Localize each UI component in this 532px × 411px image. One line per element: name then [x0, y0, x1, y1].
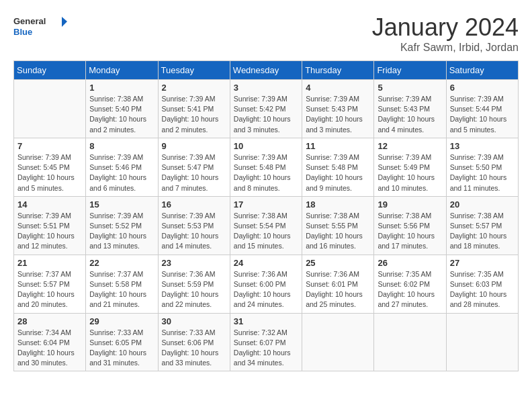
- table-row: 4Sunrise: 7:39 AM Sunset: 5:43 PM Daylig…: [302, 80, 374, 138]
- table-row: 10Sunrise: 7:39 AM Sunset: 5:48 PM Dayli…: [230, 138, 302, 196]
- day-number: 28: [17, 316, 82, 326]
- day-number: 23: [162, 258, 226, 268]
- day-detail: Sunrise: 7:39 AM Sunset: 5:47 PM Dayligh…: [162, 152, 226, 193]
- calendar-week-row: 14Sunrise: 7:39 AM Sunset: 5:51 PM Dayli…: [14, 196, 519, 255]
- table-row: 22Sunrise: 7:37 AM Sunset: 5:58 PM Dayli…: [86, 255, 158, 313]
- day-number: 25: [306, 258, 370, 268]
- calendar-week-row: 28Sunrise: 7:34 AM Sunset: 6:04 PM Dayli…: [14, 313, 519, 371]
- table-row: [374, 313, 446, 371]
- table-row: 13Sunrise: 7:39 AM Sunset: 5:50 PM Dayli…: [446, 138, 518, 196]
- table-row: 21Sunrise: 7:37 AM Sunset: 5:57 PM Dayli…: [14, 255, 86, 313]
- day-detail: Sunrise: 7:37 AM Sunset: 5:57 PM Dayligh…: [17, 269, 82, 310]
- header-monday: Monday: [86, 61, 158, 80]
- table-row: 30Sunrise: 7:33 AM Sunset: 6:06 PM Dayli…: [158, 313, 230, 371]
- day-detail: Sunrise: 7:39 AM Sunset: 5:50 PM Dayligh…: [450, 152, 515, 193]
- day-number: 18: [306, 199, 370, 210]
- calendar-title: January 2024: [372, 13, 519, 42]
- day-number: 31: [234, 316, 298, 326]
- day-number: 5: [378, 83, 442, 93]
- svg-marker-2: [62, 17, 67, 27]
- svg-text:General: General: [13, 16, 46, 26]
- day-number: 9: [162, 141, 226, 151]
- day-detail: Sunrise: 7:38 AM Sunset: 5:56 PM Dayligh…: [378, 211, 442, 252]
- weekday-header-row: Sunday Monday Tuesday Wednesday Thursday…: [14, 61, 519, 80]
- table-row: 31Sunrise: 7:32 AM Sunset: 6:07 PM Dayli…: [230, 313, 302, 371]
- calendar-week-row: 1Sunrise: 7:38 AM Sunset: 5:40 PM Daylig…: [14, 80, 519, 138]
- day-number: 26: [378, 258, 442, 268]
- table-row: 27Sunrise: 7:35 AM Sunset: 6:03 PM Dayli…: [446, 255, 518, 313]
- day-detail: Sunrise: 7:39 AM Sunset: 5:53 PM Dayligh…: [162, 211, 226, 252]
- day-detail: Sunrise: 7:39 AM Sunset: 5:45 PM Dayligh…: [17, 152, 82, 193]
- day-number: 19: [378, 199, 442, 210]
- table-row: 6Sunrise: 7:39 AM Sunset: 5:44 PM Daylig…: [446, 80, 518, 138]
- day-detail: Sunrise: 7:39 AM Sunset: 5:48 PM Dayligh…: [234, 152, 298, 193]
- table-row: 8Sunrise: 7:39 AM Sunset: 5:46 PM Daylig…: [86, 138, 158, 196]
- table-row: 7Sunrise: 7:39 AM Sunset: 5:45 PM Daylig…: [14, 138, 86, 196]
- table-row: 20Sunrise: 7:38 AM Sunset: 5:57 PM Dayli…: [446, 196, 518, 255]
- table-row: 5Sunrise: 7:39 AM Sunset: 5:43 PM Daylig…: [374, 80, 446, 138]
- table-row: 3Sunrise: 7:39 AM Sunset: 5:42 PM Daylig…: [230, 80, 302, 138]
- calendar-table: Sunday Monday Tuesday Wednesday Thursday…: [13, 60, 519, 371]
- calendar-subtitle: Kafr Sawm, Irbid, Jordan: [372, 42, 519, 54]
- table-row: 16Sunrise: 7:39 AM Sunset: 5:53 PM Dayli…: [158, 196, 230, 255]
- table-row: 23Sunrise: 7:36 AM Sunset: 5:59 PM Dayli…: [158, 255, 230, 313]
- day-detail: Sunrise: 7:38 AM Sunset: 5:57 PM Dayligh…: [450, 211, 515, 252]
- day-detail: Sunrise: 7:35 AM Sunset: 6:03 PM Dayligh…: [450, 269, 515, 310]
- day-number: 8: [89, 141, 154, 151]
- header-tuesday: Tuesday: [158, 61, 230, 80]
- table-row: 19Sunrise: 7:38 AM Sunset: 5:56 PM Dayli…: [374, 196, 446, 255]
- table-row: 1Sunrise: 7:38 AM Sunset: 5:40 PM Daylig…: [86, 80, 158, 138]
- day-detail: Sunrise: 7:38 AM Sunset: 5:55 PM Dayligh…: [306, 211, 370, 252]
- title-area: January 2024 Kafr Sawm, Irbid, Jordan: [372, 13, 519, 54]
- day-detail: Sunrise: 7:39 AM Sunset: 5:41 PM Dayligh…: [162, 94, 226, 135]
- table-row: 2Sunrise: 7:39 AM Sunset: 5:41 PM Daylig…: [158, 80, 230, 138]
- table-row: 25Sunrise: 7:36 AM Sunset: 6:01 PM Dayli…: [302, 255, 374, 313]
- day-number: 22: [89, 258, 154, 268]
- table-row: [302, 313, 374, 371]
- day-number: 3: [234, 83, 298, 93]
- day-number: 1: [89, 83, 154, 93]
- day-number: 30: [162, 316, 226, 326]
- day-number: 29: [89, 316, 154, 326]
- day-number: 12: [378, 141, 442, 151]
- day-detail: Sunrise: 7:39 AM Sunset: 5:42 PM Dayligh…: [234, 94, 298, 135]
- table-row: 17Sunrise: 7:38 AM Sunset: 5:54 PM Dayli…: [230, 196, 302, 255]
- day-detail: Sunrise: 7:38 AM Sunset: 5:40 PM Dayligh…: [89, 94, 154, 135]
- day-detail: Sunrise: 7:35 AM Sunset: 6:02 PM Dayligh…: [378, 269, 442, 310]
- header-saturday: Saturday: [446, 61, 518, 80]
- day-detail: Sunrise: 7:39 AM Sunset: 5:48 PM Dayligh…: [306, 152, 370, 193]
- svg-text:Blue: Blue: [13, 27, 32, 37]
- header-friday: Friday: [374, 61, 446, 80]
- header: General Blue January 2024 Kafr Sawm, Irb…: [13, 13, 519, 54]
- table-row: 9Sunrise: 7:39 AM Sunset: 5:47 PM Daylig…: [158, 138, 230, 196]
- calendar-week-row: 21Sunrise: 7:37 AM Sunset: 5:57 PM Dayli…: [14, 255, 519, 313]
- table-row: 14Sunrise: 7:39 AM Sunset: 5:51 PM Dayli…: [14, 196, 86, 255]
- table-row: 11Sunrise: 7:39 AM Sunset: 5:48 PM Dayli…: [302, 138, 374, 196]
- day-number: 4: [306, 83, 370, 93]
- table-row: 18Sunrise: 7:38 AM Sunset: 5:55 PM Dayli…: [302, 196, 374, 255]
- logo: General Blue: [13, 13, 67, 39]
- day-number: 21: [17, 258, 82, 268]
- table-row: 26Sunrise: 7:35 AM Sunset: 6:02 PM Dayli…: [374, 255, 446, 313]
- day-number: 14: [17, 199, 82, 210]
- table-row: [446, 313, 518, 371]
- header-wednesday: Wednesday: [230, 61, 302, 80]
- day-detail: Sunrise: 7:39 AM Sunset: 5:43 PM Dayligh…: [306, 94, 370, 135]
- day-number: 13: [450, 141, 515, 151]
- table-row: 12Sunrise: 7:39 AM Sunset: 5:49 PM Dayli…: [374, 138, 446, 196]
- day-detail: Sunrise: 7:39 AM Sunset: 5:49 PM Dayligh…: [378, 152, 442, 193]
- header-sunday: Sunday: [14, 61, 86, 80]
- day-number: 20: [450, 199, 515, 210]
- day-detail: Sunrise: 7:37 AM Sunset: 5:58 PM Dayligh…: [89, 269, 154, 310]
- day-detail: Sunrise: 7:36 AM Sunset: 5:59 PM Dayligh…: [162, 269, 226, 310]
- day-number: 17: [234, 199, 298, 210]
- day-number: 15: [89, 199, 154, 210]
- day-detail: Sunrise: 7:39 AM Sunset: 5:44 PM Dayligh…: [450, 94, 515, 135]
- logo-svg: General Blue: [13, 13, 67, 39]
- day-detail: Sunrise: 7:39 AM Sunset: 5:51 PM Dayligh…: [17, 211, 82, 252]
- table-row: 28Sunrise: 7:34 AM Sunset: 6:04 PM Dayli…: [14, 313, 86, 371]
- day-detail: Sunrise: 7:39 AM Sunset: 5:52 PM Dayligh…: [89, 211, 154, 252]
- day-number: 11: [306, 141, 370, 151]
- day-detail: Sunrise: 7:39 AM Sunset: 5:46 PM Dayligh…: [89, 152, 154, 193]
- calendar-week-row: 7Sunrise: 7:39 AM Sunset: 5:45 PM Daylig…: [14, 138, 519, 196]
